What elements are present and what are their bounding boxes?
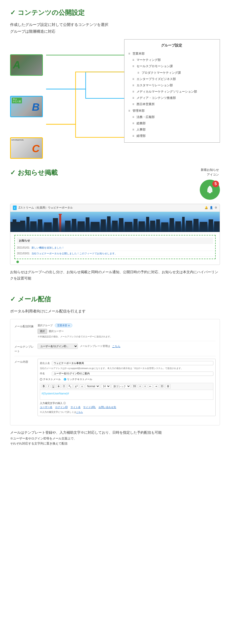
svg-rect-3: [10, 212, 220, 232]
group-item-label: メディカルマーケティングソリューション部: [137, 89, 197, 94]
notice-text-2: 当社ウェビナーポータルを公開しました！このフィードでお知らせします。: [31, 252, 213, 256]
template-link[interactable]: こちら: [112, 344, 120, 349]
insert-var-contact[interactable]: お問い合わせ先: [98, 406, 116, 409]
format-rich-label: リッチテキストメール: [67, 377, 92, 381]
mail-target-row: メール配信対象 選択グループ 営業本部 ⊕ 選択 選択ユーザー ※本施設設定の場…: [14, 323, 216, 341]
indent-decrease-button[interactable]: ⇤: [148, 384, 153, 388]
align-center-button[interactable]: ≡: [143, 384, 147, 388]
svg-rect-34: [193, 219, 199, 232]
svg-rect-13: [59, 214, 62, 215]
svg-rect-9: [38, 219, 42, 232]
group-item-label: 総務部: [137, 121, 146, 126]
insert-var-username[interactable]: ユーザー名: [40, 406, 52, 409]
section3-note-line1: ※ユーザー名やログインID等をメール文面上で、: [10, 436, 220, 441]
svg-rect-16: [78, 221, 85, 232]
menu-icon: ≡: [132, 127, 135, 132]
menu-icon: ≡: [132, 89, 135, 94]
outline-button[interactable]: O: [62, 384, 66, 388]
section3: ✓ メール配信 ポータル利用者向けにメール配信を行えます メール配信対象 選択グ…: [10, 294, 220, 446]
selected-user-label: 選択ユーザー: [49, 329, 64, 333]
indent-increase-button[interactable]: ⇥: [154, 384, 158, 388]
notice-list-box: お知らせ 2021/01/01 新しい機能を追加しました！ 2021/03/01…: [14, 235, 216, 259]
portal-logo: z: [13, 206, 17, 210]
group-item-label: 法務・広報部: [137, 115, 155, 119]
group-item: ≡ マーケティング部: [127, 57, 216, 63]
sup-button[interactable]: X2: [74, 384, 79, 389]
strike-button[interactable]: S: [56, 384, 61, 388]
underline-button[interactable]: U: [51, 384, 55, 388]
thumbnail-a-letter: A: [13, 56, 20, 73]
editor-body[interactable]: #{SystemUserName}#: [40, 390, 213, 400]
insert-var-sitename[interactable]: サイト名: [71, 406, 81, 409]
svg-rect-18: [91, 222, 100, 232]
insert-var-siteurl[interactable]: サイトURL: [83, 406, 96, 409]
svg-rect-12: [59, 214, 61, 232]
check-icon-3: ✓: [10, 294, 16, 305]
notice-row-2: 2021/03/01 当社ウェビナーポータルを公開しました！このフィードでお知ら…: [17, 251, 213, 257]
insert-label: 入力補完文字の挿入 ⓘ: [40, 402, 66, 405]
mail-subject-row: 件名: [40, 372, 213, 376]
page-wrapper: ✓ コンテンツの公開設定 作成したグループ設定に対して公開するコンテンツを選択 …: [0, 0, 230, 461]
menu-icon: ≡: [132, 134, 135, 138]
svg-rect-35: [200, 222, 207, 232]
svg-rect-5: [13, 219, 16, 232]
editor-toolbar: B I U S O X1 X2 ∧ Normal: [40, 383, 213, 390]
new-notice-label: 新着お知らせ アイコン: [201, 168, 219, 177]
style-select[interactable]: Normal: [85, 384, 100, 388]
thumbnail-b: 音はかなり重 B: [10, 96, 43, 117]
svg-rect-27: [150, 221, 155, 232]
delta-button[interactable]: ∧: [80, 384, 84, 388]
tag-close-icon[interactable]: ⊕: [68, 324, 70, 327]
template-link-label: メールテンプレート管理は: [80, 344, 110, 348]
group-item: ≡ 西日本営業所: [127, 101, 216, 107]
insert-vars-row: 入力補完文字の挿入 ⓘ ユーザー名 ログインID サイト名 サイトURL お問い…: [40, 401, 213, 409]
template-select[interactable]: ユーザー名/ログインID...: [38, 344, 78, 349]
insert-var-loginid[interactable]: ログインID: [55, 406, 68, 409]
notice-header-row: ✓ お知らせ掲載 新着お知らせ アイコン 5: [10, 168, 220, 200]
svg-rect-8: [30, 221, 37, 232]
size-select[interactable]: 14: [101, 384, 111, 388]
extra-btn-1[interactable]: 33: [159, 384, 165, 388]
check-icon-1: ✓: [10, 8, 16, 18]
svg-rect-21: [112, 221, 118, 232]
section3-note-line2: それぞれ対応する文字列に置き換えて配信: [10, 441, 220, 446]
quote-button[interactable]: 99: [132, 384, 137, 388]
radio-text-dot: [40, 378, 42, 381]
svg-rect-36: [209, 219, 213, 232]
green-pointer: [16, 261, 19, 263]
svg-rect-10: [44, 222, 52, 232]
format-text-radio[interactable]: テキストメール: [40, 377, 61, 381]
extra-btn-2[interactable]: 屋: [166, 384, 171, 389]
radio-rich-dot: [64, 378, 66, 381]
selected-group-label: 選択グループ: [38, 324, 53, 327]
thumbnail-c: INFORMATION C: [10, 137, 43, 159]
note-chars-link[interactable]: こちら: [76, 411, 83, 413]
italic-button[interactable]: I: [47, 384, 50, 388]
format-text-label: テキストメール: [43, 377, 61, 381]
section3-title: ✓ メール配信: [10, 294, 220, 305]
mail-from-input[interactable]: [52, 361, 213, 365]
mail-subject-label: 件名: [40, 372, 50, 376]
select-button[interactable]: 選択: [38, 329, 47, 334]
thumbnail-b-badge: 音はかなり重: [12, 98, 22, 103]
font-select[interactable]: 游ゴシック: [112, 384, 131, 388]
sub-button[interactable]: X1: [67, 384, 73, 389]
group-item-label: マーケティング部: [137, 58, 161, 62]
mail-content-area: 差出人名 当社のメールアドレスはZへq support@zstream.co.j…: [38, 359, 216, 416]
svg-rect-23: [125, 222, 132, 232]
group-item: ≡ 経理部: [127, 133, 216, 139]
format-rich-radio[interactable]: リッチテキストメール: [64, 377, 92, 381]
svg-point-2: [209, 192, 211, 193]
group-item-label: 営業本部: [133, 51, 145, 56]
svg-rect-22: [119, 218, 123, 232]
mail-template-field: ユーザー名/ログインID... メールテンプレート管理は こちら: [38, 344, 216, 349]
user-icon-small: 👤: [210, 206, 213, 210]
section2-title: ✓ お知らせ掲載: [10, 168, 58, 178]
mail-subject-input[interactable]: [52, 372, 213, 376]
group-box: グループ設定 ≡ 営業本部 ≡ マーケティング部 ≡ セールスプロモーション課 …: [124, 39, 220, 143]
svg-rect-32: [182, 217, 185, 232]
bold-button[interactable]: B: [42, 384, 46, 388]
section2-desc: お知らせはグループへの出し分け、お知らせ掲載と同時のメール通知、公開日時の予約に…: [10, 269, 220, 281]
align-left-button[interactable]: ≡: [138, 384, 142, 388]
mail-from-note: 当社のメールアドレスはZへq support@zstream.co.jpになりま…: [40, 367, 213, 370]
